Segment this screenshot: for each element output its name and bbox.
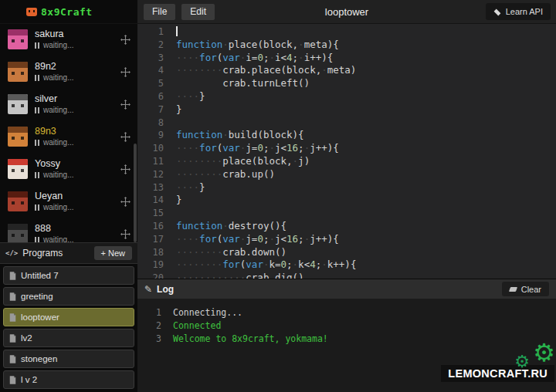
pause-icon (35, 107, 39, 113)
code-token: . (246, 64, 252, 76)
code-line-1[interactable]: 1 (137, 25, 556, 39)
code-token: · (269, 142, 275, 154)
program-item-lv2[interactable]: lv2 (3, 329, 134, 347)
code-line-19[interactable]: 19········for(var·k=0;·k<4;·k++){ (137, 259, 556, 272)
program-item-greeting[interactable]: greeting (3, 287, 134, 306)
code-token: j (246, 142, 252, 154)
code-line-15[interactable]: 15 (137, 207, 556, 220)
code-line-13[interactable]: 13····} (137, 181, 556, 194)
gear-icon: ⚙ (514, 353, 530, 370)
line-number: 14 (137, 194, 164, 207)
code-token: = (275, 259, 281, 270)
clear-log-button[interactable]: Clear (502, 282, 549, 296)
player-avatar (8, 224, 28, 242)
eraser-icon (509, 287, 517, 292)
player-name: Yossy (35, 158, 114, 170)
code-token: ; (293, 52, 299, 63)
code-line-17[interactable]: 17····for(var·j=0;·j<16;·j++){ (137, 233, 556, 246)
teleport-move-icon[interactable] (120, 100, 131, 110)
code-token: turnLeft (252, 77, 298, 89)
code-line-2[interactable]: 2function·place(block,·meta){ (137, 39, 556, 52)
code-token: { (333, 39, 339, 50)
line-number: 13 (137, 181, 164, 194)
code-line-content: ········crab.place(block,·meta) (164, 64, 356, 77)
code-token: 16 (286, 233, 298, 245)
teleport-move-icon[interactable] (120, 67, 131, 77)
code-token: place (229, 39, 258, 50)
edit-menu-button[interactable]: Edit (181, 4, 215, 20)
file-menu-button[interactable]: File (144, 4, 175, 20)
teleport-move-icon[interactable] (120, 229, 131, 239)
code-line-10[interactable]: 10····for(var·j=0;·j<16;·j++){ (137, 142, 556, 155)
new-program-button[interactable]: + New (94, 246, 133, 260)
learn-api-button[interactable]: Learn API (486, 3, 551, 20)
code-token: < (281, 142, 287, 154)
log-header: ✎ Log Clear (137, 279, 556, 299)
player-status: waiting... (35, 202, 114, 212)
code-line-5[interactable]: 5 crab.turnLeft() (137, 77, 556, 90)
code-line-6[interactable]: 6····} (137, 90, 556, 103)
player-info: silver waiting... (35, 93, 114, 115)
player-row-yossy[interactable]: Yossy waiting... (0, 153, 137, 185)
line-number: 16 (137, 220, 164, 233)
teleport-move-icon[interactable] (120, 35, 131, 45)
code-line-content: } (164, 103, 182, 117)
program-item-looptower[interactable]: looptower (3, 308, 134, 326)
program-label: l v 2 (21, 375, 37, 384)
code-line-7[interactable]: 7} (137, 103, 556, 117)
code-token: build (229, 129, 258, 140)
line-number: 9 (137, 129, 164, 142)
code-line-9[interactable]: 9function·build(block){ (137, 129, 556, 142)
player-avatar (8, 191, 28, 211)
program-label: greeting (21, 292, 53, 301)
code-token: j (310, 233, 316, 245)
code-token: . (246, 77, 252, 89)
player-list-scrollbar[interactable] (134, 23, 137, 242)
player-row-silver[interactable]: silver waiting... (0, 88, 137, 120)
teleport-move-icon[interactable] (120, 164, 131, 174)
code-token: ; (298, 142, 304, 154)
code-token: , (293, 39, 299, 50)
player-status-text: waiting... (43, 235, 73, 242)
code-line-16[interactable]: 16function·destroy(){ (137, 220, 556, 233)
code-brackets-icon: </> (5, 249, 18, 257)
scrollbar-thumb[interactable] (134, 144, 137, 242)
code-token: + (310, 52, 316, 63)
crab-logo-icon (26, 8, 37, 16)
player-row-888[interactable]: 888 waiting... (0, 218, 137, 242)
code-token: for (199, 52, 217, 63)
code-line-14[interactable]: 14} (137, 194, 556, 207)
gear-icon: ⚙ (533, 340, 555, 365)
player-row-sakura[interactable]: sakura waiting... (0, 23, 137, 56)
code-line-18[interactable]: 18········crab.down() (137, 246, 556, 259)
player-status-text: waiting... (43, 170, 73, 180)
code-token: crab (222, 64, 246, 76)
code-token: var (222, 52, 240, 63)
player-status-text: waiting... (43, 40, 73, 50)
learn-api-label: Learn API (506, 7, 543, 16)
code-editor[interactable]: 12function·place(block,·meta){3····for(v… (137, 23, 556, 279)
teleport-move-icon[interactable] (120, 132, 131, 142)
code-token: 0 (257, 233, 263, 245)
code-line-4[interactable]: 4········crab.place(block,·meta) (137, 64, 556, 77)
player-list: sakura waiting... 89n2 waiting... (0, 23, 137, 242)
program-item-stonegen[interactable]: stonegen (3, 350, 134, 368)
player-row-ueyan[interactable]: Ueyan waiting... (0, 185, 137, 218)
log-line-number: 2 (137, 319, 173, 333)
program-item-l-v-2[interactable]: l v 2 (3, 370, 134, 389)
code-token: ········ (176, 64, 222, 76)
watermark-text: LEMONCRAFT.RU (441, 365, 554, 382)
code-token: ········ (176, 246, 222, 258)
code-line-11[interactable]: 11········place(block,·j) (137, 155, 556, 168)
code-token: · (269, 233, 275, 245)
player-row-89n2[interactable]: 89n2 waiting... (0, 56, 137, 88)
player-status: waiting... (35, 73, 114, 83)
code-line-12[interactable]: 12········crab.up() (137, 168, 556, 181)
program-item-untitled-7[interactable]: Untitled 7 (3, 266, 134, 285)
teleport-move-icon[interactable] (120, 197, 131, 207)
code-line-3[interactable]: 3····for(var·i=0;·i<4;·i++){ (137, 52, 556, 65)
player-row-89n3[interactable]: 89n3 waiting... (0, 120, 137, 153)
code-line-8[interactable]: 8 (137, 117, 556, 130)
player-info: 89n2 waiting... (35, 61, 114, 83)
code-line-content: crab.turnLeft() (164, 77, 310, 90)
